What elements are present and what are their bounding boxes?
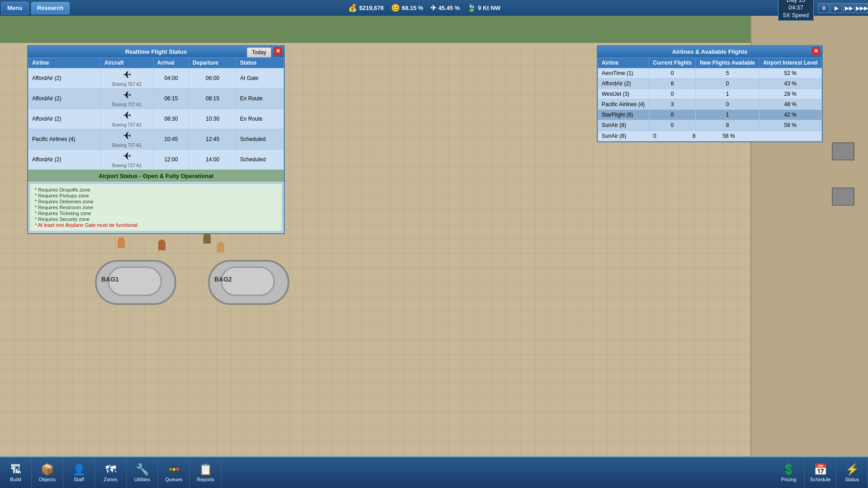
requirement-item: * Requires Security zone <box>35 216 277 222</box>
col-departure: Departure <box>189 58 236 68</box>
airline-current: 0 <box>649 68 696 79</box>
airline-current: 8 <box>649 79 696 89</box>
money-stat: 💰 $219,678 <box>348 4 383 12</box>
flight-status: At Gate <box>236 68 284 89</box>
flight-status-panel: Realtime Flight Status Today ✕ Airline A… <box>27 45 285 234</box>
flight-airline: AffordAir (2) <box>28 150 101 170</box>
character <box>118 237 125 248</box>
airline-name: AeroTime (1) <box>598 68 649 79</box>
bottom-btn-utilities[interactable]: 🔧Utilities <box>127 458 158 488</box>
flight-airline: AffordAir (2) <box>28 109 101 129</box>
day-time-display: Day 13 04:37 5X Speed <box>778 0 814 21</box>
flight-table: Airline Aircraft Arrival Departure Statu… <box>28 57 284 170</box>
satisfaction-stat: 😊 68.15 % <box>391 4 424 12</box>
col-interest: Airport Interest Level <box>759 58 821 68</box>
satisfaction-icon: 😊 <box>391 4 400 12</box>
requirement-item: * At least one Airplane Gate must be fun… <box>35 222 277 228</box>
airline-row[interactable]: WestJet (3) 0 1 28 % <box>598 89 822 99</box>
airlines-table: Airline Current Flights New Flights Avai… <box>598 57 822 131</box>
objects-icon: 📦 <box>41 463 54 476</box>
flight-status: En Route <box>236 109 284 129</box>
flights-stat: ✈ 45.45 % <box>430 4 460 12</box>
wind-stat: 🍃 9 Kt NW <box>467 4 500 12</box>
flight-departure: 08:15 <box>189 89 236 109</box>
schedule-icon: 📅 <box>814 463 827 476</box>
flight-departure: 06:00 <box>189 68 236 89</box>
flight-status: Scheduled <box>236 129 284 150</box>
flight-aircraft: ✈ Boeing 767 A2 <box>100 68 153 89</box>
flight-row: AffordAir (2) ✈ Boeing 737 A1 08:30 10:3… <box>28 109 284 129</box>
bottom-btn-reports[interactable]: 📋Reports <box>190 458 222 488</box>
airline-current: 0 <box>649 89 696 99</box>
airline-name: Pacific Airlines (4) <box>598 99 649 110</box>
research-button[interactable]: Research <box>31 2 70 14</box>
top-toolbar: Menu Research 💰 $219,678 😊 68.15 % ✈ 45.… <box>0 0 868 16</box>
flight-airline: Pacific Airlines (4) <box>28 129 101 150</box>
bottom-btn-status[interactable]: ⚡Status <box>836 458 868 488</box>
carousel-2-label: BAG2 <box>214 276 232 283</box>
flight-aircraft: ✈ Boeing 737 A1 <box>100 89 153 109</box>
carousel-1-label: BAG1 <box>101 276 119 283</box>
col-status: Status <box>236 58 284 68</box>
bottom-right-buttons: 💲Pricing📅Schedule⚡Status <box>773 458 868 488</box>
bottom-left-buttons: 🏗Build📦Objects👤Staff🗺Zones🔧Utilities🚥Que… <box>0 458 222 488</box>
flight-panel-close[interactable]: ✕ <box>274 47 282 55</box>
play-button[interactable]: ▶ <box>830 3 842 13</box>
staff-icon: 👤 <box>72 463 86 476</box>
bottom-btn-objects[interactable]: 📦Objects <box>32 458 63 488</box>
bottom-toolbar: 🏗Build📦Objects👤Staff🗺Zones🔧Utilities🚥Que… <box>0 456 868 488</box>
character <box>158 239 165 250</box>
wind-icon: 🍃 <box>467 4 476 12</box>
airline-interest: 43 % <box>759 79 821 89</box>
bottom-btn-zones[interactable]: 🗺Zones <box>95 458 127 488</box>
airport-status-bar: Airport Status - Open & Fully Operationa… <box>28 170 284 182</box>
flight-arrival: 12:00 <box>153 150 189 170</box>
character <box>217 242 224 253</box>
airlines-panel-header: Airlines & Available Flights ✕ <box>598 46 822 57</box>
grass-top <box>0 16 868 43</box>
character <box>203 233 211 244</box>
flight-aircraft: ✈ Boeing 737 A1 <box>100 129 153 150</box>
flight-row: Pacific Airlines (4) ✈ Boeing 737 A1 10:… <box>28 129 284 150</box>
utilities-icon: 🔧 <box>136 463 149 476</box>
airline-name: WestJet (3) <box>598 89 649 99</box>
flight-dropdown[interactable]: Today <box>247 47 271 57</box>
flight-arrival: 04:00 <box>153 68 189 89</box>
flight-row: AffordAir (2) ✈ Boeing 737 A1 06:15 08:1… <box>28 89 284 109</box>
gate-box <box>832 188 854 206</box>
bottom-btn-build[interactable]: 🏗Build <box>0 458 32 488</box>
bottom-btn-pricing[interactable]: 💲Pricing <box>773 458 805 488</box>
airline-name: StarFlight (6) <box>598 110 649 120</box>
flight-status: En Route <box>236 89 284 109</box>
faster-forward-button[interactable]: ▶▶▶ <box>856 3 868 13</box>
requirement-item: * Requires Pickups zone <box>35 193 277 198</box>
plane-top-icon: ✈ <box>430 4 436 12</box>
airline-row[interactable]: Pacific Airlines (4) 3 0 48 % <box>598 99 822 110</box>
airline-row[interactable]: StarFlight (6) 0 1 42 % <box>598 110 822 120</box>
airline-row[interactable]: AeroTime (1) 0 5 52 % <box>598 68 822 79</box>
airline-interest: 48 % <box>759 99 821 110</box>
requirement-item: * Requires Deliveries zone <box>35 199 277 204</box>
bottom-btn-schedule[interactable]: 📅Schedule <box>805 458 836 488</box>
flight-airline: AffordAir (2) <box>28 89 101 109</box>
flight-row: AffordAir (2) ✈ Boeing 767 A2 04:00 06:0… <box>28 68 284 89</box>
col-aircraft: Aircraft <box>100 58 153 68</box>
airline-current: 3 <box>649 99 696 110</box>
pause-button[interactable]: ⏸ <box>818 3 830 13</box>
col-airline-name: Airline <box>598 58 649 68</box>
flight-aircraft: ✈ Boeing 737 A1 <box>100 150 153 170</box>
col-airline: Airline <box>28 58 101 68</box>
airline-interest: 42 % <box>759 110 821 120</box>
requirement-item: * Requires Dropoffs zone <box>35 187 277 192</box>
fast-forward-button[interactable]: ▶▶ <box>843 3 855 13</box>
airline-interest: 28 % <box>759 89 821 99</box>
money-icon: 💰 <box>348 4 357 12</box>
airline-row[interactable]: AffordAir (2) 8 0 43 % <box>598 79 822 89</box>
bottom-btn-queues[interactable]: 🚥Queues <box>158 458 190 488</box>
airlines-panel-close[interactable]: ✕ <box>812 47 820 55</box>
bottom-btn-staff[interactable]: 👤Staff <box>63 458 95 488</box>
airline-row[interactable]: SunAir (8) 0 8 58 % <box>598 120 822 131</box>
airline-new-flights: 0 <box>696 79 759 89</box>
menu-button[interactable]: Menu <box>1 2 28 14</box>
airline-current: 0 <box>649 120 696 131</box>
